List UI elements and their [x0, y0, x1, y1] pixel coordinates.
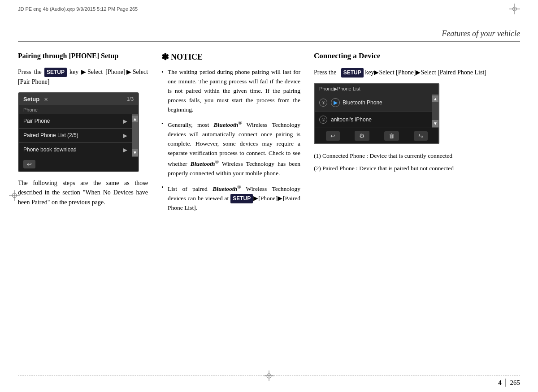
- arrow-right-right-1: ▶: [374, 69, 379, 76]
- device-screen: Phone▶Phone List ① ▶ Bluetooth Phone ② a…: [314, 83, 439, 144]
- page-number: 4 │ 265: [498, 379, 520, 387]
- device-row-bluetooth[interactable]: ① ▶ Bluetooth Phone: [315, 94, 432, 112]
- main-content: Pairing through [PHONE] Setup Press the …: [18, 52, 520, 361]
- setup-item-phonebook[interactable]: Phone book download ▶: [19, 143, 132, 157]
- page-header: JD PE eng 4b (Audio).qxp 9/9/2015 5:12 P…: [18, 4, 520, 14]
- right-column: Connecting a Device Press the SETUP key▶…: [309, 52, 520, 361]
- right-section-title: Connecting a Device: [314, 52, 520, 60]
- device-scroll-down[interactable]: ▼: [432, 120, 438, 127]
- setup-badge-middle: SETUP: [230, 194, 253, 203]
- device-main-rows: ① ▶ Bluetooth Phone ② anitooni's iPhone …: [315, 94, 438, 128]
- section-header: Features of your vehicle: [18, 29, 520, 42]
- footer-back-btn[interactable]: ↩: [326, 131, 340, 141]
- scroll-up-btn[interactable]: ▲: [132, 116, 138, 122]
- numbered-notes: (1) Connected Phone : Device that is cur…: [314, 151, 520, 173]
- setup-screen-back: ↩: [19, 157, 138, 171]
- device-row-bt-label: Bluetooth Phone: [343, 99, 382, 106]
- device-scrollbar: ▲ ▼: [432, 94, 438, 128]
- note-1: (1) Connected Phone : Device that is cur…: [314, 151, 520, 160]
- setup-badge-left: SETUP: [44, 68, 67, 77]
- scroll-down-btn[interactable]: ▼: [132, 149, 138, 156]
- note-2: (2) Paired Phone : Device that is paired…: [314, 164, 520, 173]
- left-column: Pairing through [PHONE] Setup Press the …: [18, 52, 157, 361]
- back-button[interactable]: ↩: [23, 160, 35, 168]
- screen-subtitle: Phone: [19, 105, 138, 114]
- setup-scrollbar: ▲ ▼: [132, 114, 138, 157]
- device-footer: ↩ ⚙ 🗑 ⇆: [315, 128, 438, 143]
- section-title: Features of your vehicle: [442, 29, 520, 38]
- crosshair-bottom: [264, 370, 274, 383]
- device-header: Phone▶Phone List: [315, 84, 438, 94]
- setup-screen-title: Setup ✕: [23, 95, 48, 103]
- crosshair-circle: [512, 7, 517, 11]
- footer-connect-btn[interactable]: ⇆: [414, 131, 428, 141]
- screen-page-num: 1/3: [127, 96, 134, 102]
- arrow-right-1: ▶: [81, 69, 87, 75]
- device-scroll-up[interactable]: ▲: [432, 95, 438, 102]
- middle-column: ✽ NOTICE The waiting period during phone…: [157, 52, 309, 361]
- notice-symbol: ✽: [161, 52, 169, 62]
- bullet-2: Generally, most Bluetooth® Wireless Tech…: [161, 119, 300, 179]
- left-following-text: The following steps are the same as thos…: [18, 178, 148, 207]
- bullet-1: The waiting period during phone pairing …: [161, 68, 300, 115]
- device-rows-list: ① ▶ Bluetooth Phone ② anitooni's iPhone: [315, 94, 432, 128]
- footer-delete-btn[interactable]: 🗑: [384, 131, 399, 141]
- left-section-title: Pairing through [PHONE] Setup: [18, 52, 148, 61]
- arrow-right-right-2: ▶: [416, 69, 421, 76]
- setup-screen: Setup ✕ 1/3 Phone Pair Phone ▶ Paired Ph…: [18, 92, 139, 172]
- setup-screen-header: Setup ✕ 1/3: [19, 93, 138, 105]
- left-body-intro: Press the SETUP key ▶Select [Phone]▶Sele…: [18, 67, 148, 87]
- header-text: JD PE eng 4b (Audio).qxp 9/9/2015 5:12 P…: [18, 6, 138, 12]
- notice-bullet-list: The waiting period during phone pairing …: [161, 68, 300, 213]
- crosshair-top-right: [509, 4, 520, 14]
- setup-item-pair-phone[interactable]: Pair Phone ▶: [19, 114, 132, 129]
- setup-items-container: Pair Phone ▶ Paired Phone List (2/5) ▶ P…: [19, 114, 138, 157]
- setup-badge-right: SETUP: [341, 68, 364, 78]
- bullet-3: List of paired Bluetooth® Wireless Techn…: [161, 183, 300, 213]
- crosshair-left: [9, 190, 20, 202]
- circle-2: ②: [319, 116, 327, 124]
- right-body-intro: Press the SETUP key▶Select [Phone]▶Selec…: [314, 68, 520, 78]
- circle-1: ①: [319, 99, 327, 107]
- setup-items-list: Pair Phone ▶ Paired Phone List (2/5) ▶ P…: [19, 114, 132, 157]
- setup-item-paired-list[interactable]: Paired Phone List (2/5) ▶: [19, 129, 132, 143]
- footer-bt-btn[interactable]: ⚙: [355, 131, 369, 141]
- device-row-iphone-label: anitooni's iPhone: [331, 116, 372, 123]
- bt-play-icon: ▶: [331, 98, 340, 107]
- device-row-iphone[interactable]: ② anitooni's iPhone: [315, 112, 432, 128]
- arrow-right-2: ▶: [126, 69, 133, 75]
- notice-title: ✽ NOTICE: [161, 52, 300, 62]
